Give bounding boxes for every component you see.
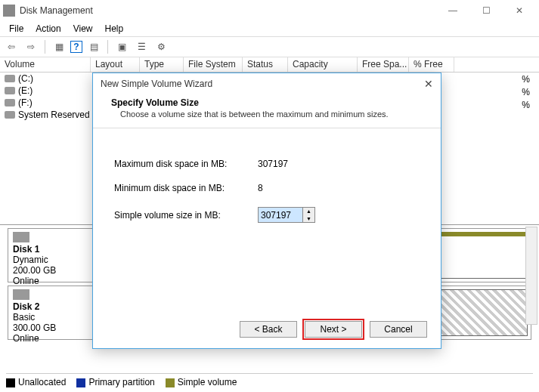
disk-status: Online (13, 276, 92, 286)
volume-size-spinner[interactable]: ▲ ▼ (258, 207, 315, 223)
spin-up-icon[interactable]: ▲ (303, 208, 314, 215)
disk-type: Basic (13, 312, 92, 323)
refresh-icon[interactable]: ▦ (51, 39, 67, 55)
swatch-unallocated (6, 378, 15, 387)
volume-size-label: Simple volume size in MB: (114, 210, 258, 221)
legend: Unallocated Primary partition Simple vol… (6, 373, 533, 387)
menubar: File Action View Help (0, 21, 539, 36)
disk-status: Online (13, 333, 92, 344)
max-space-value: 307197 (258, 159, 333, 169)
dialog-title: New Simple Volume Wizard (101, 79, 212, 89)
maximize-button[interactable]: ☐ (469, 0, 503, 21)
dialog-heading: Specify Volume Size (111, 97, 199, 108)
help-icon[interactable]: ? (70, 41, 82, 53)
col-volume[interactable]: Volume (0, 57, 91, 72)
close-icon[interactable]: ✕ (424, 78, 433, 90)
disk-name: Disk 2 (13, 301, 92, 312)
col-status[interactable]: Status (243, 57, 288, 72)
dialog-titlebar: New Simple Volume Wizard ✕ (93, 73, 441, 94)
forward-icon[interactable]: ⇨ (23, 39, 39, 55)
drive-icon (5, 99, 15, 106)
menu-help[interactable]: Help (99, 22, 130, 35)
volume-size-input[interactable] (259, 208, 302, 222)
drive-icon (5, 111, 15, 119)
col-type[interactable]: Type (140, 57, 184, 72)
disk-icon (13, 289, 29, 300)
min-space-value: 8 (258, 183, 333, 193)
next-button[interactable]: Next > (305, 321, 362, 338)
disk-size: 200.00 GB (13, 265, 92, 276)
menu-view[interactable]: View (67, 22, 99, 35)
pct-value: % (522, 100, 530, 113)
action-icon[interactable]: ▣ (113, 39, 130, 55)
col-free[interactable]: Free Spa... (358, 57, 409, 72)
volume-name: System Reserved (18, 110, 90, 120)
titlebar: Disk Management — ☐ ✕ (0, 0, 539, 21)
dialog-subtitle: Choose a volume size that is between the… (120, 110, 423, 119)
disk-header[interactable]: Disk 2 Basic 300.00 GB Online (8, 286, 98, 339)
col-fs[interactable]: File System (184, 57, 243, 72)
window-title: Disk Management (20, 5, 436, 16)
drive-icon (5, 87, 15, 94)
swatch-simple (166, 378, 175, 387)
menu-file[interactable]: File (3, 22, 29, 35)
column-headers: Volume Layout Type File System Status Ca… (0, 57, 539, 73)
col-layout[interactable]: Layout (91, 57, 140, 72)
volume-name: (C:) (18, 73, 33, 84)
disk-header[interactable]: Disk 1 Dynamic 200.00 GB Online (8, 229, 98, 282)
disk-type: Dynamic (13, 255, 92, 265)
back-button[interactable]: < Back (240, 321, 297, 338)
minimize-button[interactable]: — (436, 0, 469, 21)
wizard-dialog: New Simple Volume Wizard ✕ Specify Volum… (92, 73, 441, 349)
volume-name: (E:) (18, 85, 33, 96)
app-icon (3, 5, 15, 17)
close-button[interactable]: ✕ (503, 0, 536, 21)
disk-name: Disk 1 (13, 244, 92, 255)
pct-value: % (522, 87, 530, 100)
pct-value: % (522, 74, 530, 87)
min-space-label: Minimum disk space in MB: (114, 183, 258, 193)
menu-action[interactable]: Action (29, 22, 67, 35)
drive-icon (5, 75, 15, 82)
spin-down-icon[interactable]: ▼ (303, 215, 314, 223)
settings-icon[interactable]: ⚙ (153, 39, 169, 55)
swatch-primary (76, 378, 85, 387)
col-capacity[interactable]: Capacity (288, 57, 358, 72)
cancel-button[interactable]: Cancel (370, 321, 427, 338)
toolbar: ⇦ ⇨ ▦ ? ▤ ▣ ☰ ⚙ (0, 36, 539, 57)
disk-size: 300.00 GB (13, 323, 92, 333)
pct-values: % % % (522, 74, 530, 113)
volume-name: (F:) (18, 97, 33, 108)
scrollbar[interactable] (525, 227, 537, 325)
max-space-label: Maximum disk space in MB: (114, 159, 258, 169)
col-pct[interactable]: % Free (409, 57, 454, 72)
back-icon[interactable]: ⇦ (3, 39, 20, 55)
props-icon[interactable]: ▤ (85, 39, 102, 55)
disk-icon (13, 232, 29, 242)
list-icon[interactable]: ☰ (133, 39, 150, 55)
